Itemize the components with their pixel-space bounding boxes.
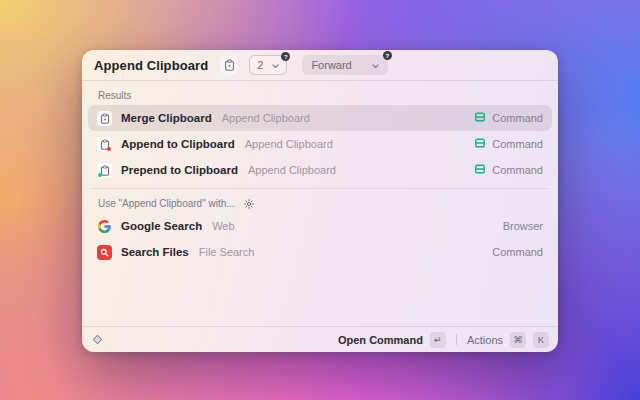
merge-clipboard-icon [97, 111, 112, 126]
argument-dropdown[interactable]: 2 ? [249, 55, 287, 75]
chevron-down-icon [372, 59, 379, 71]
launcher-window: Append Clipboard 2 ? Forward ? Results [82, 50, 558, 352]
google-icon [97, 219, 112, 234]
list-item-append-to-clipboard[interactable]: Append to Clipboard Append Clipboard Com… [88, 131, 552, 157]
list-item-subtitle: Append Clipboard [222, 112, 310, 124]
list-item-subtitle: Append Clipboard [245, 138, 333, 150]
suggestions-section-label: Use "Append Clipboard" with... [98, 198, 235, 209]
list-item-title: Google Search [121, 220, 202, 232]
list-item-type: Command [492, 164, 543, 176]
list-item-subtitle: File Search [199, 246, 255, 258]
list-item-subtitle: Append Clipboard [248, 164, 336, 176]
desktop-background: { "header": { "title": "Append Clipboard… [0, 0, 640, 400]
help-badge[interactable]: ? [383, 51, 392, 60]
search-files-icon [97, 245, 112, 260]
prepend-accent-dot [98, 173, 102, 177]
command-type-icon [474, 163, 486, 177]
list-item-title: Append to Clipboard [121, 138, 235, 150]
append-clipboard-icon [97, 137, 112, 152]
command-title: Append Clipboard [94, 58, 208, 73]
command-type-icon [474, 137, 486, 151]
clipboard-icon [220, 56, 238, 74]
help-badge[interactable]: ? [281, 52, 290, 61]
list-item-merge-clipboard[interactable]: Merge Clipboard Append Clipboard Command [88, 105, 552, 131]
return-key-badge: ↵ [430, 332, 446, 348]
list-item-title: Prepend to Clipboard [121, 164, 238, 176]
list-item-subtitle: Web [212, 220, 234, 232]
list-item-prepend-to-clipboard[interactable]: Prepend to Clipboard Append Clipboard Co… [88, 157, 552, 183]
raycast-logo-icon [91, 333, 104, 346]
list-item-type: Command [492, 246, 543, 258]
suggestions-section-header: Use "Append Clipboard" with... [98, 198, 552, 209]
section-divider [91, 188, 549, 189]
gear-icon[interactable] [244, 199, 254, 209]
open-command-button[interactable]: Open Command ↵ [338, 332, 446, 348]
actions-label: Actions [467, 334, 503, 346]
actions-button[interactable]: Actions ⌘ K [467, 332, 549, 348]
argument-dropdown-value: 2 [257, 59, 263, 71]
cmd-key-badge: ⌘ [510, 332, 526, 348]
direction-dropdown-value: Forward [311, 59, 351, 71]
list-item-type: Command [492, 112, 543, 124]
results-section-label: Results [98, 90, 131, 101]
list-item-title: Search Files [121, 246, 189, 258]
list-item-type: Command [492, 138, 543, 150]
footer-separator [456, 334, 457, 345]
k-key-badge: K [533, 332, 549, 348]
list-item-title: Merge Clipboard [121, 112, 212, 124]
command-type-icon [474, 111, 486, 125]
results-section-header: Results [98, 90, 552, 101]
list-item-type: Browser [503, 220, 543, 232]
command-header: Append Clipboard 2 ? Forward ? [82, 50, 558, 81]
append-accent-dot [107, 147, 111, 151]
prepend-clipboard-icon [97, 163, 112, 178]
list-item-search-files[interactable]: Search Files File Search Command [88, 239, 552, 265]
chevron-down-icon [272, 59, 279, 71]
direction-dropdown[interactable]: Forward ? [302, 55, 387, 75]
open-command-label: Open Command [338, 334, 423, 346]
footer-bar: Open Command ↵ Actions ⌘ K [82, 326, 558, 352]
list-item-google-search[interactable]: Google Search Web Browser [88, 213, 552, 239]
